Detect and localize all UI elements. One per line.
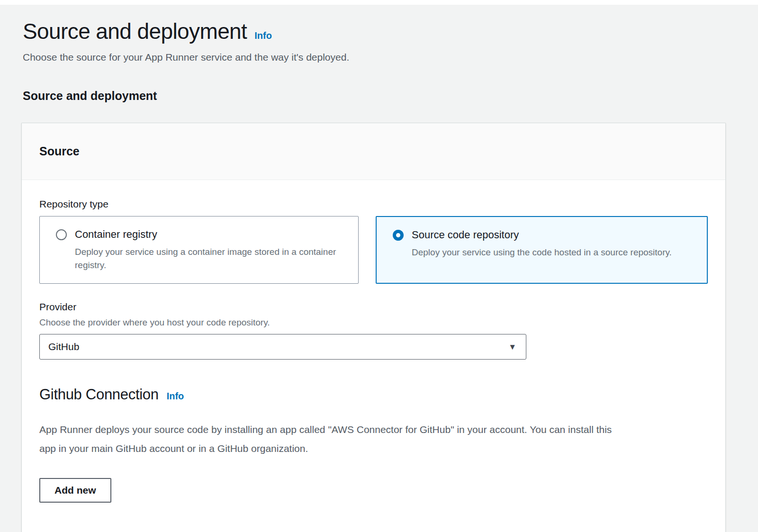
source-card-title: Source [39, 144, 80, 158]
provider-selected-value: GitHub [48, 341, 79, 352]
caret-down-icon: ▼ [508, 343, 516, 351]
tile-container-registry-label: Container registry [75, 228, 340, 241]
page-title-info-link[interactable]: Info [254, 30, 272, 41]
tile-source-code-repository-label: Source code repository [412, 228, 672, 242]
page-header: Source and deployment Info [23, 18, 728, 45]
source-and-deployment-page: Source and deployment Info Choose the so… [0, 18, 758, 532]
tile-source-code-repository-description: Deploy your service using the code hoste… [412, 246, 672, 259]
tile-text: Source code repository Deploy your servi… [412, 228, 672, 271]
repository-type-label: Repository type [39, 198, 708, 210]
radio-unselected-icon[interactable] [56, 229, 67, 240]
section-heading: Source and deployment [23, 89, 728, 103]
source-card-header: Source [22, 123, 725, 180]
radio-selected-icon[interactable] [393, 230, 404, 241]
source-card: Source Repository type Container registr… [21, 123, 726, 532]
tile-container-registry[interactable]: Container registry Deploy your service u… [39, 216, 359, 284]
github-connection-info-link[interactable]: Info [167, 391, 184, 402]
source-card-body: Repository type Container registry Deplo… [22, 180, 725, 503]
page-title: Source and deployment [23, 18, 247, 45]
top-strip [0, 0, 758, 5]
github-connection-heading: Github Connection [39, 386, 159, 403]
github-connection-description: App Runner deploys your source code by i… [39, 420, 617, 458]
tile-source-code-repository[interactable]: Source code repository Deploy your servi… [376, 216, 708, 284]
provider-description: Choose the provider where you host your … [39, 317, 708, 328]
tile-container-registry-description: Deploy your service using a container im… [75, 245, 340, 272]
provider-field: Provider Choose the provider where you h… [39, 301, 708, 360]
provider-select[interactable]: GitHub ▼ [39, 334, 526, 360]
github-connection-header: Github Connection Info [39, 386, 708, 403]
tile-text: Container registry Deploy your service u… [75, 228, 340, 272]
add-new-button[interactable]: Add new [39, 478, 111, 503]
page-subtitle: Choose the source for your App Runner se… [23, 50, 728, 64]
repository-type-tiles: Container registry Deploy your service u… [39, 216, 708, 284]
provider-label: Provider [39, 301, 708, 313]
